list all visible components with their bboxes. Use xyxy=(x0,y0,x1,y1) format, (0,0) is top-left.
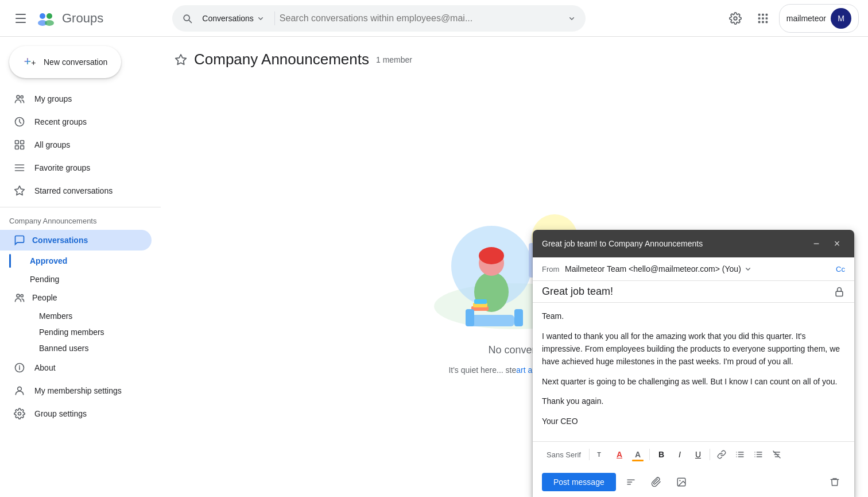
sidebar-item-people[interactable]: People xyxy=(0,287,152,308)
sidebar-item-my-groups-label: My groups xyxy=(34,94,72,103)
toolbar-underline-button[interactable]: U xyxy=(690,446,706,463)
sidebar-item-about[interactable]: About xyxy=(0,356,152,379)
search-input[interactable] xyxy=(280,13,563,24)
my-groups-icon xyxy=(14,93,25,105)
search-bar: Conversations xyxy=(172,5,586,32)
star-outline-icon xyxy=(175,53,187,66)
sidebar-item-recent-groups[interactable]: Recent groups xyxy=(0,110,152,133)
svg-point-14 xyxy=(21,96,23,98)
svg-rect-39 xyxy=(514,309,523,326)
toolbar-underline-color-button[interactable]: A xyxy=(611,446,627,463)
sidebar-item-conversations-label: Conversations xyxy=(32,236,88,245)
search-divider xyxy=(274,11,275,25)
logo-link[interactable]: Groups xyxy=(34,7,103,30)
recent-groups-icon xyxy=(14,116,25,128)
sidebar-item-group-settings-label: Group settings xyxy=(34,409,87,418)
search-icon xyxy=(181,13,193,24)
member-count: 1 member xyxy=(376,55,412,64)
sidebar-item-my-groups[interactable]: My groups xyxy=(0,87,152,110)
sidebar-item-my-membership[interactable]: My membership settings xyxy=(0,379,152,402)
toolbar-text-size-button[interactable]: T xyxy=(593,446,609,463)
sidebar-subitem-banned-users[interactable]: Banned users xyxy=(0,340,152,356)
image-icon xyxy=(676,477,687,487)
account-button[interactable]: mailmeteor M xyxy=(779,4,859,33)
body-line-1: Team. xyxy=(542,310,845,322)
ordered-list-icon xyxy=(735,450,745,459)
plus-icon: + xyxy=(23,55,37,69)
footer-image-button[interactable] xyxy=(671,472,692,492)
toolbar-highlight-button[interactable]: A xyxy=(630,446,646,463)
footer-discard-button[interactable] xyxy=(824,472,845,492)
top-nav: Groups Conversations xyxy=(0,0,868,37)
toolbar-ordered-list-button[interactable] xyxy=(732,446,748,463)
svg-point-1 xyxy=(46,13,52,19)
apps-grid-icon xyxy=(757,12,769,25)
sidebar-section-title: Company Announcements xyxy=(0,212,161,230)
svg-rect-17 xyxy=(21,141,24,144)
toolbar-link-button[interactable] xyxy=(714,446,730,463)
compose-minimize-button[interactable]: − xyxy=(808,236,824,252)
compose-close-button[interactable]: × xyxy=(829,236,845,252)
post-message-button[interactable]: Post message xyxy=(542,473,616,491)
sidebar-subitem-members-label: Members xyxy=(39,311,72,321)
sidebar-item-all-groups[interactable]: All groups xyxy=(0,133,152,156)
sidebar-subitem-pending[interactable]: Pending xyxy=(0,271,152,287)
lock-icon xyxy=(834,286,845,298)
compose-from-value[interactable]: Mailmeteor Team <hello@mailmeteor.com> (… xyxy=(565,264,836,273)
toolbar-divider-2 xyxy=(649,449,650,460)
logo-text: Groups xyxy=(62,11,103,26)
svg-point-13 xyxy=(17,95,20,98)
group-header: Company Announcements 1 member xyxy=(175,51,854,68)
toolbar-italic-button[interactable]: I xyxy=(672,446,688,463)
svg-point-23 xyxy=(18,387,22,391)
sidebar-item-all-groups-label: All groups xyxy=(34,140,70,149)
body-line-2: I wanted to thank you all for the amazin… xyxy=(542,330,845,368)
svg-point-20 xyxy=(17,294,20,297)
compose-footer: Post message xyxy=(533,467,854,497)
compose-title: Great job team! to Company Announcements xyxy=(542,239,703,248)
compose-header[interactable]: Great job team! to Company Announcements… xyxy=(533,230,854,257)
sidebar-item-recent-groups-label: Recent groups xyxy=(34,117,87,126)
footer-text-format-button[interactable] xyxy=(621,472,641,492)
compose-body[interactable]: Team. I wanted to thank you all for the … xyxy=(533,303,854,441)
svg-rect-9 xyxy=(765,17,768,20)
svg-rect-6 xyxy=(765,13,768,16)
conversations-icon xyxy=(14,234,25,246)
sidebar-item-my-membership-label: My membership settings xyxy=(34,386,122,395)
sidebar-item-starred-conversations[interactable]: Starred conversations xyxy=(0,179,152,202)
trash-icon xyxy=(830,477,840,487)
svg-rect-40 xyxy=(836,291,843,296)
sidebar-item-group-settings[interactable]: Group settings xyxy=(0,402,152,425)
toolbar-divider-3 xyxy=(710,449,710,460)
compose-cc-button[interactable]: Cc xyxy=(836,265,845,273)
compose-from-label: From xyxy=(542,265,565,273)
apps-button[interactable] xyxy=(751,7,774,30)
new-conversation-button[interactable]: + New conversation xyxy=(9,46,121,78)
text-format-icon xyxy=(626,477,636,487)
svg-point-44 xyxy=(679,480,680,481)
star-group-button[interactable] xyxy=(175,53,187,66)
sidebar-subitem-approved[interactable]: Approved xyxy=(0,251,152,271)
hamburger-menu-button[interactable] xyxy=(9,7,32,30)
toolbar-font-selector[interactable]: Sans Serif xyxy=(542,448,586,461)
sidebar-item-favorite-groups[interactable]: Favorite groups xyxy=(0,156,152,179)
toolbar-unordered-list-button[interactable] xyxy=(750,446,766,463)
footer-attach-button[interactable] xyxy=(646,472,666,492)
text-size-icon: T xyxy=(596,450,606,459)
toolbar-remove-format-button[interactable] xyxy=(769,446,785,463)
svg-rect-12 xyxy=(765,21,768,23)
svg-text:T: T xyxy=(597,451,601,458)
compose-subject-input[interactable] xyxy=(542,286,834,298)
from-dropdown-icon xyxy=(743,264,753,273)
search-type-dropdown[interactable]: Conversations xyxy=(197,11,270,25)
svg-rect-11 xyxy=(762,21,764,23)
sidebar-item-conversations[interactable]: Conversations xyxy=(0,230,152,251)
sidebar-subitem-members[interactable]: Members xyxy=(0,308,152,324)
groups-logo-icon xyxy=(34,7,57,30)
dropdown-chevron-icon xyxy=(256,14,265,23)
settings-button[interactable] xyxy=(724,7,747,30)
svg-rect-37 xyxy=(468,315,514,326)
sidebar-subitem-pending-members[interactable]: Pending members xyxy=(0,324,152,340)
toolbar-bold-button[interactable]: B xyxy=(653,446,669,463)
sidebar-item-people-label: People xyxy=(32,293,57,302)
